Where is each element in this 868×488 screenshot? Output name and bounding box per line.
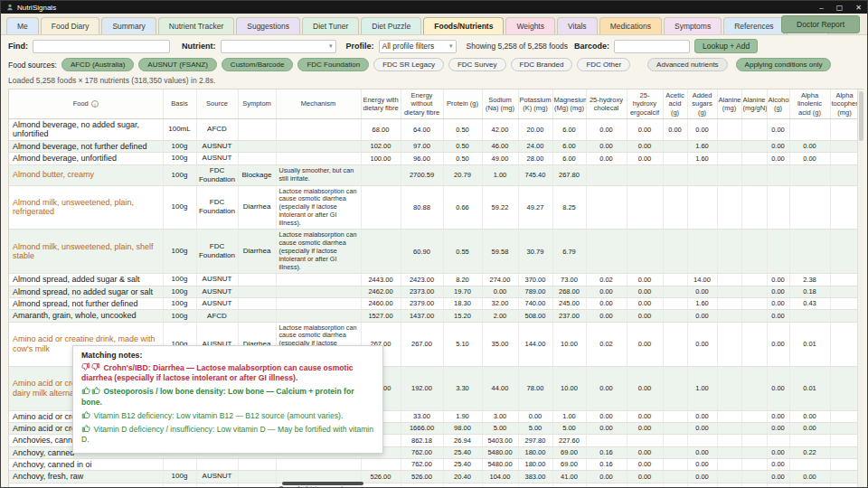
applying-conditions-button[interactable]: Applying conditions only bbox=[736, 58, 832, 71]
tab-food-diary[interactable]: Food Diary bbox=[41, 17, 100, 34]
column-header-alanine-mg-gn-[interactable]: Alanine (mg/gN) bbox=[741, 89, 767, 119]
minimize-button[interactable]: – bbox=[819, 4, 823, 12]
cell-value bbox=[717, 286, 741, 297]
source-pill-fdc-branded[interactable]: FDC Branded bbox=[511, 58, 573, 71]
tab-summary[interactable]: Summary bbox=[101, 17, 156, 34]
cell-value: 0.00 bbox=[586, 366, 627, 410]
table-row[interactable]: Anchovy, fresh, raw100gAUSNUT526.00526.0… bbox=[9, 471, 859, 483]
tab-suggestions[interactable]: Suggestions bbox=[236, 17, 300, 34]
column-header-alcohol-g-[interactable]: Alcohol (g) bbox=[767, 89, 789, 119]
barcode-input[interactable] bbox=[614, 40, 690, 53]
table-row[interactable]: Almond spread, not further defined100gAU… bbox=[9, 298, 859, 310]
cell-value bbox=[789, 119, 830, 141]
cell-value bbox=[789, 164, 830, 185]
filter-row: Find: Nutrient: ▾ Profile: All profile f… bbox=[1, 35, 867, 55]
cell-value: 0.00 bbox=[687, 286, 717, 297]
table-row[interactable]: Almond butter, creamy100gFDC FoundationB… bbox=[9, 164, 859, 185]
source-pill-afcd-australia-[interactable]: AFCD (Australia) bbox=[61, 58, 134, 71]
cell-value bbox=[767, 483, 789, 487]
cell-value: 0.00 bbox=[627, 366, 663, 410]
table-row[interactable]: Almond milk, unsweetened, plain, shelf s… bbox=[9, 230, 859, 274]
cell-value: 0.00 bbox=[767, 322, 789, 366]
doctor-report-button[interactable]: Doctor Report bbox=[781, 15, 860, 33]
column-header-25-hydroxy-cholecal[interactable]: 25-hydroxy cholecal bbox=[586, 89, 627, 119]
table-row[interactable]: Apple juice, with added vitamin C, from … bbox=[9, 483, 859, 487]
vertical-scrollbar[interactable] bbox=[857, 89, 863, 487]
column-header-mechanism[interactable]: Mechanism bbox=[276, 89, 361, 119]
tab-vitals[interactable]: Vitals bbox=[557, 17, 598, 34]
tab-weights[interactable]: Weights bbox=[505, 17, 555, 34]
source-pill-fdc-other[interactable]: FDC Other bbox=[577, 58, 630, 71]
find-input[interactable] bbox=[33, 40, 170, 53]
tab-references[interactable]: References bbox=[723, 17, 784, 34]
profile-dropdown[interactable]: All profile filters▾ bbox=[379, 40, 457, 53]
column-header-basis[interactable]: Basis bbox=[163, 89, 196, 119]
column-header-alpha-linolenic-acid-g-[interactable]: Alpha linolenic acid (g) bbox=[789, 89, 830, 119]
close-button[interactable]: ✕ bbox=[855, 4, 862, 12]
column-header-potassium-k-mg-[interactable]: Potassium (K) (mg) bbox=[518, 89, 552, 119]
source-pill-fdc-foundation[interactable]: FDC Foundation bbox=[297, 58, 369, 71]
table-row[interactable]: Amaranth, grain, whole, uncooked100gAFCD… bbox=[9, 310, 859, 322]
cell-value bbox=[767, 164, 789, 185]
advanced-nutrients-button[interactable]: Advanced nutrients bbox=[647, 58, 728, 71]
tab-me[interactable]: Me bbox=[6, 17, 39, 34]
source-pill-fdc-survey[interactable]: FDC Survey bbox=[448, 58, 506, 71]
cell-value: 0.00 bbox=[687, 458, 717, 470]
column-header-magnesium-mg-mg-[interactable]: Magnesium (Mg) (mg) bbox=[552, 89, 586, 119]
tab-nutrient-tracker[interactable]: Nutrient Tracker bbox=[158, 17, 234, 34]
column-header-acetic-acid-g-[interactable]: Acetic acid (g) bbox=[663, 89, 687, 119]
table-row[interactable]: Almond milk, unsweetened, plain, refrige… bbox=[9, 185, 859, 230]
cell-value: 8.25 bbox=[552, 185, 586, 230]
cell-value bbox=[663, 286, 687, 297]
cell-value: 0.01 bbox=[789, 322, 830, 366]
table-row[interactable]: Almond beverage, not further defined100g… bbox=[9, 140, 859, 152]
cell-value: 0.00 bbox=[767, 140, 789, 152]
column-header-sodium-na-mg-[interactable]: Sodium (Na) (mg) bbox=[482, 89, 518, 119]
cell-value: 20.00 bbox=[518, 119, 552, 141]
tab-symptoms[interactable]: Symptoms bbox=[664, 17, 722, 34]
cell-value: 192.00 bbox=[401, 366, 443, 410]
cell-value: 740.00 bbox=[518, 298, 552, 310]
cell-value bbox=[663, 322, 687, 366]
tab-diet-puzzle[interactable]: Diet Puzzle bbox=[361, 17, 421, 34]
food-info-icon[interactable]: i bbox=[91, 100, 99, 108]
column-header-25-hydroxy-ergocalcif[interactable]: 25-hydroxy ergocalcif bbox=[627, 89, 663, 119]
column-header-protein-g-[interactable]: Protein (g) bbox=[443, 89, 482, 119]
cell-value: 10.00 bbox=[552, 366, 586, 410]
column-header-alanine-mg-[interactable]: Alanine (mg) bbox=[717, 89, 741, 119]
horizontal-scrollbar[interactable] bbox=[282, 482, 363, 485]
maximize-button[interactable]: ▢ bbox=[836, 4, 844, 12]
cell-value bbox=[789, 310, 830, 322]
nutrient-dropdown[interactable]: ▾ bbox=[221, 40, 336, 53]
column-header-added-sugars-g-[interactable]: Added sugars (g) bbox=[687, 89, 717, 119]
table-row[interactable]: Almond beverage, unfortified100gAUSNUT10… bbox=[9, 153, 859, 164]
cell-value bbox=[717, 322, 741, 366]
source-pill-custom-barcode[interactable]: Custom/Barcode bbox=[222, 58, 294, 71]
source-pill-ausnut-fsanz-[interactable]: AUSNUT (FSANZ) bbox=[138, 58, 217, 71]
tab-foods-nutrients[interactable]: Foods/Nutrients bbox=[423, 17, 504, 34]
cell-value: 0.01 bbox=[789, 366, 830, 410]
tab-diet-tuner[interactable]: Diet Tuner bbox=[302, 17, 359, 34]
column-header-symptom[interactable]: Symptom bbox=[238, 89, 276, 119]
lookup-add-button[interactable]: Lookup + Add bbox=[694, 39, 758, 53]
cell-value: 0.00 bbox=[586, 286, 627, 297]
tab-medications[interactable]: Medications bbox=[599, 17, 662, 34]
column-header-energy-without-dietary-fibre[interactable]: Energy without dietary fibre bbox=[401, 89, 443, 119]
table-row[interactable]: Almond beverage, no added sugar, unforti… bbox=[9, 119, 859, 141]
column-header-energy-with-dietary-fibre[interactable]: Energy with dietary fibre bbox=[361, 89, 401, 119]
table-row[interactable]: Anchovy, canned in oi762.0025.405480.001… bbox=[9, 458, 859, 470]
cell-source: FDC Foundation bbox=[196, 483, 238, 487]
cell-value: 0.16 bbox=[586, 458, 627, 470]
cell-value bbox=[663, 164, 687, 185]
cell-value bbox=[830, 366, 859, 410]
table-row[interactable]: Almond spread, no added sugar or salt100… bbox=[9, 286, 859, 297]
cell-value: 1527.00 bbox=[361, 310, 401, 322]
nutrient-label: Nutrient: bbox=[182, 42, 216, 51]
cell-value bbox=[663, 410, 687, 422]
column-header-source[interactable]: Source bbox=[196, 89, 238, 119]
column-header-alpha-tocopherol-mg-[interactable]: Alpha tocopherol (mg) bbox=[830, 89, 859, 119]
table-row[interactable]: Almond spread, added sugar & salt100gAUS… bbox=[9, 274, 859, 286]
column-header-food[interactable]: Foodi bbox=[9, 89, 163, 119]
cell-value: 0.02 bbox=[586, 274, 627, 286]
source-pill-fdc-sr-legacy[interactable]: FDC SR Legacy bbox=[373, 58, 444, 71]
